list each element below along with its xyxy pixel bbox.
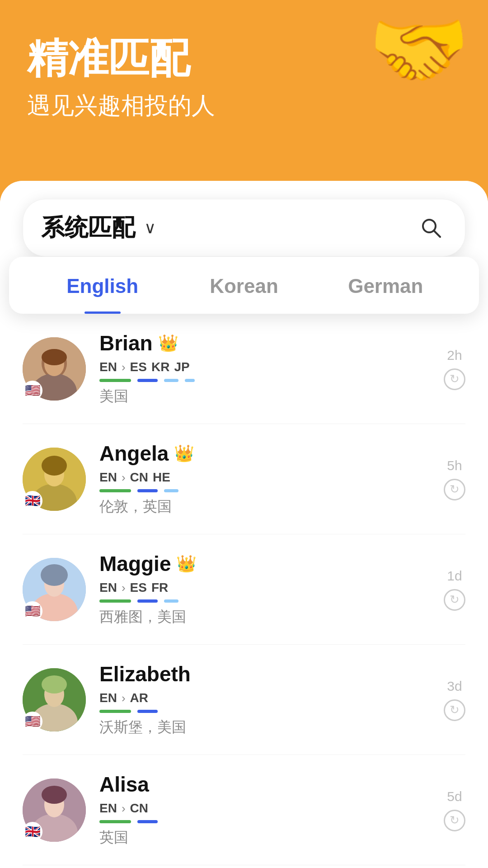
user-info: Elizabeth EN › AR 沃斯堡，美国: [99, 662, 430, 737]
lang-tag: EN: [99, 580, 117, 595]
tab-korean[interactable]: Korean: [173, 257, 314, 314]
user-meta: 5h ↻: [444, 458, 465, 500]
proficiency-bar: [137, 820, 158, 823]
chevron-down-icon[interactable]: ∨: [144, 218, 156, 237]
proficiency-bar: [137, 379, 158, 382]
lang-tag: CN: [130, 801, 148, 816]
user-location: 英国: [99, 828, 430, 848]
main-card: 系统匹配 ∨ English Korean German: [0, 181, 488, 868]
list-item[interactable]: 🇺🇸 Brian 👑 EN › ES KR JP: [23, 314, 465, 424]
lang-bars: [99, 379, 430, 382]
proficiency-bar: [137, 489, 158, 492]
search-button[interactable]: [415, 212, 447, 244]
avatar-wrapper: 🇺🇸: [23, 668, 86, 731]
lang-bars: [99, 489, 430, 492]
list-item[interactable]: 🇬🇧 Angela 👑 EN › CN HE 伦敦，英国: [23, 424, 465, 534]
lang-tags-row: EN › CN HE: [99, 470, 430, 485]
flag-badge: 🇺🇸: [23, 712, 42, 731]
lang-tags-row: EN › ES FR: [99, 580, 430, 595]
proficiency-bar: [137, 599, 158, 603]
user-info: Alisa EN › CN 英国: [99, 772, 430, 848]
arrow-icon: ›: [122, 802, 126, 816]
tab-german[interactable]: German: [315, 257, 456, 314]
user-name: Elizabeth: [99, 662, 191, 686]
user-name-row: Elizabeth: [99, 662, 430, 686]
lang-tag: EN: [99, 801, 117, 816]
avatar-wrapper: 🇺🇸: [23, 337, 86, 401]
lang-tag: ES: [130, 360, 147, 374]
time-text: 5h: [447, 458, 462, 473]
user-name: Angela: [99, 441, 169, 466]
proficiency-bar: [99, 599, 131, 603]
proficiency-bar: [164, 379, 178, 382]
user-location: 沃斯堡，美国: [99, 717, 430, 737]
crown-icon: 👑: [158, 334, 178, 353]
user-location: 美国: [99, 387, 430, 406]
user-meta: 3d ↻: [444, 679, 465, 721]
search-bar[interactable]: 系统匹配 ∨: [23, 199, 465, 257]
avatar-wrapper: 🇬🇧: [23, 778, 86, 842]
proficiency-bar: [99, 710, 131, 713]
list-item[interactable]: 🇺🇸 Maggie 👑 EN › ES FR 西雅图，美: [23, 534, 465, 645]
flag-badge: 🇬🇧: [23, 491, 42, 511]
refresh-icon[interactable]: ↻: [444, 699, 465, 721]
proficiency-bar: [99, 489, 131, 492]
crown-icon: 👑: [174, 444, 194, 463]
arrow-icon: ›: [122, 360, 126, 374]
svg-point-10: [42, 456, 67, 476]
lang-bars: [99, 820, 430, 823]
user-name: Alisa: [99, 772, 149, 797]
hero-section: 精准匹配 遇见兴趣相投的人 🤝: [0, 0, 488, 154]
user-info: Maggie 👑 EN › ES FR 西雅图，美国: [99, 552, 430, 627]
proficiency-bar: [99, 379, 131, 382]
lang-tag: EN: [99, 691, 117, 705]
svg-point-18: [42, 675, 67, 693]
time-text: 1d: [447, 568, 462, 584]
lang-tag: CN: [130, 470, 148, 485]
list-item[interactable]: 🇬🇧 Alisa EN › CN 英国 5d ↻: [23, 755, 465, 865]
refresh-icon[interactable]: ↻: [444, 368, 465, 390]
arrow-icon: ›: [122, 471, 126, 485]
tab-english[interactable]: English: [32, 257, 173, 314]
lang-tags-row: EN › CN: [99, 801, 430, 816]
lang-tag: EN: [99, 470, 117, 485]
refresh-icon[interactable]: ↻: [444, 589, 465, 611]
handshake-illustration: 🤝: [368, 9, 470, 90]
svg-point-6: [42, 349, 67, 365]
svg-point-22: [42, 786, 67, 804]
search-bar-title: 系统匹配: [41, 212, 135, 244]
user-meta: 2h ↻: [444, 348, 465, 390]
search-bar-area: 系统匹配 ∨: [0, 181, 488, 257]
user-name: Maggie: [99, 552, 171, 576]
flag-badge: 🇺🇸: [23, 601, 42, 621]
lang-tag: HE: [153, 470, 170, 485]
lang-tag: ES: [130, 580, 147, 595]
time-text: 2h: [447, 348, 462, 363]
lang-tags-row: EN › AR: [99, 691, 430, 705]
user-name: Brian: [99, 331, 153, 355]
user-info: Angela 👑 EN › CN HE 伦敦，英国: [99, 441, 430, 517]
proficiency-bar: [99, 820, 131, 823]
user-meta: 1d ↻: [444, 568, 465, 611]
refresh-icon[interactable]: ↻: [444, 810, 465, 831]
search-bar-left: 系统匹配 ∨: [41, 212, 156, 244]
flag-badge: 🇬🇧: [23, 822, 42, 842]
list-item[interactable]: 🇺🇸 Elizabeth EN › AR 沃斯堡，美国 3d: [23, 645, 465, 755]
lang-tag: KR: [151, 360, 169, 374]
proficiency-bar: [185, 379, 195, 382]
lang-tag: AR: [130, 691, 148, 705]
user-meta: 5d ↻: [444, 789, 465, 831]
flag-badge: 🇺🇸: [23, 381, 42, 401]
user-name-row: Alisa: [99, 772, 430, 797]
crown-icon: 👑: [176, 554, 197, 573]
language-tabs-dropdown: English Korean German: [9, 257, 479, 314]
user-location: 伦敦，英国: [99, 497, 430, 517]
time-text: 3d: [447, 679, 462, 694]
proficiency-bar: [164, 599, 178, 603]
svg-point-14: [41, 564, 68, 586]
user-list: 🇺🇸 Brian 👑 EN › ES KR JP: [0, 314, 488, 868]
list-item[interactable]: 🇺🇸 Dolores EN › KR 3d ↻: [23, 865, 465, 868]
refresh-icon[interactable]: ↻: [444, 479, 465, 500]
arrow-icon: ›: [122, 691, 126, 705]
user-name-row: Angela 👑: [99, 441, 430, 466]
